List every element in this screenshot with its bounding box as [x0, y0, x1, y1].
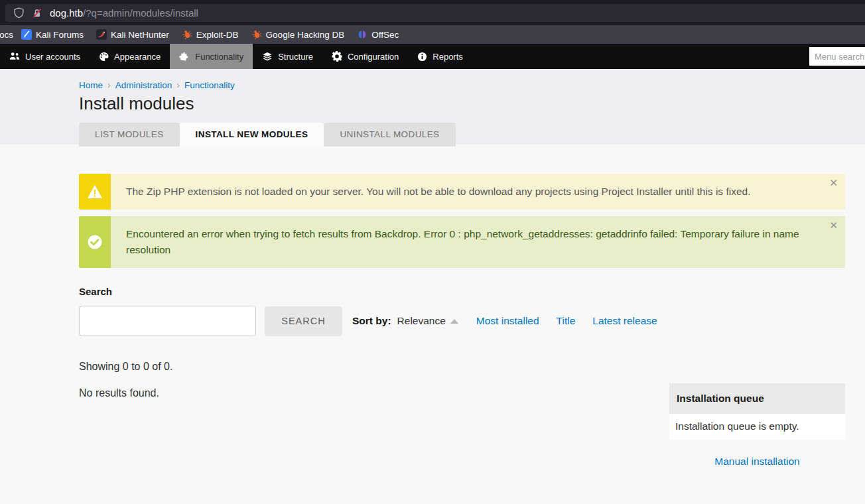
bookmark-kali-nethunter[interactable]: Kali NetHunter — [96, 29, 169, 40]
installation-queue-panel: Installation queue Installation queue is… — [669, 383, 845, 468]
tab-install-new-modules[interactable]: INSTALL NEW MODULES — [180, 123, 324, 147]
admin-toolbar: User accounts Appearance Functionality S… — [0, 44, 865, 69]
breadcrumb-administration[interactable]: Administration — [115, 80, 172, 90]
warning-icon — [79, 174, 111, 210]
url-host: dog.htb — [50, 7, 83, 19]
tab-list-modules[interactable]: LIST MODULES — [79, 123, 180, 147]
insecure-lock-icon[interactable] — [32, 8, 42, 19]
bookmark-label: Google Hacking DB — [266, 30, 345, 40]
bookmark-offsec[interactable]: OffSec — [357, 29, 399, 40]
url-text: dog.htb/?q=admin/modules/install — [50, 7, 198, 19]
manual-installation-link[interactable]: Manual installation — [669, 456, 845, 468]
url-bar[interactable]: dog.htb/?q=admin/modules/install — [5, 4, 865, 22]
warning-message-text: The Zip PHP extension is not loaded on y… — [126, 186, 750, 197]
status-message: Encountered an error when trying to fetc… — [79, 216, 845, 268]
main-content: The Zip PHP extension is not loaded on y… — [0, 145, 865, 399]
bug-icon — [251, 29, 262, 40]
search-row: SEARCH Sort by: Relevance Most installed… — [79, 306, 845, 336]
sort-asc-icon — [450, 319, 458, 324]
warning-message: The Zip PHP extension is not loaded on y… — [79, 174, 845, 210]
admin-item-label: Appearance — [114, 52, 161, 62]
admin-item-label: Structure — [278, 52, 313, 62]
admin-item-appearance[interactable]: Appearance — [90, 44, 170, 69]
bookmark-exploit-db[interactable]: Exploit-DB — [182, 29, 239, 40]
bug-icon — [182, 29, 192, 40]
palette-icon — [99, 52, 109, 62]
bookmark-label: ocs — [0, 30, 13, 40]
admin-item-configuration[interactable]: Configuration — [322, 44, 408, 69]
sort-link-most-installed[interactable]: Most installed — [476, 315, 539, 327]
users-icon — [9, 52, 20, 61]
installation-queue-empty-text: Installation queue is empty. — [669, 414, 845, 440]
close-icon[interactable]: ✕ — [829, 220, 838, 230]
url-path: /?q=admin/modules/install — [83, 7, 198, 19]
results-summary: Showing 0 to 0 of 0. — [79, 361, 845, 373]
messages: The Zip PHP extension is not loaded on y… — [79, 174, 845, 268]
sort-by-label: Sort by: — [352, 315, 391, 327]
status-message-text: Encountered an error when trying to fetc… — [126, 228, 799, 255]
chevron-right-icon: › — [176, 80, 180, 90]
menu-search-input[interactable] — [809, 47, 865, 66]
bookmark-google-hacking-db[interactable]: Google Hacking DB — [251, 29, 345, 40]
page-header: Home › Administration › Functionality In… — [0, 69, 865, 145]
browser-toolbar: dog.htb/?q=admin/modules/install — [0, 0, 865, 25]
gear-icon — [332, 51, 342, 62]
shield-icon[interactable] — [13, 7, 25, 19]
admin-item-label: Reports — [432, 52, 463, 62]
breadcrumb-functionality[interactable]: Functionality — [184, 80, 235, 90]
close-icon[interactable]: ✕ — [829, 178, 838, 188]
sort-link-title[interactable]: Title — [557, 315, 576, 327]
admin-item-label: User accounts — [25, 52, 80, 62]
admin-item-label: Functionality — [195, 52, 243, 62]
admin-item-reports[interactable]: Reports — [408, 44, 472, 69]
page-title: Install modules — [79, 94, 865, 114]
bookmark-label: OffSec — [371, 30, 399, 40]
breadcrumb: Home › Administration › Functionality — [79, 80, 865, 90]
bookmark-kali-docs-truncated[interactable]: ocs — [0, 30, 13, 40]
warning-message-body: The Zip PHP extension is not loaded on y… — [111, 174, 845, 210]
kali-nethunter-icon — [96, 29, 107, 40]
installation-queue-title: Installation queue — [669, 383, 845, 414]
tab-uninstall-modules[interactable]: UNINSTALL MODULES — [324, 123, 455, 147]
layers-icon — [262, 52, 273, 62]
search-input[interactable] — [79, 306, 256, 336]
sort-link-latest-release[interactable]: Latest release — [592, 315, 657, 327]
bookmark-label: Kali NetHunter — [111, 30, 169, 40]
info-icon — [417, 52, 427, 62]
offsec-icon — [357, 29, 367, 40]
tabs: LIST MODULES INSTALL NEW MODULES UNINSTA… — [79, 123, 865, 147]
chevron-right-icon: › — [107, 80, 111, 90]
bookmark-kali-forums[interactable]: Kali Forums — [21, 29, 84, 40]
admin-item-functionality[interactable]: Functionality — [170, 44, 253, 69]
bookmarks-bar: ocs Kali Forums Kali NetHunter Exploit-D… — [0, 25, 865, 44]
admin-item-label: Configuration — [348, 52, 399, 62]
sort-current-relevance[interactable]: Relevance — [397, 315, 446, 327]
bookmark-label: Kali Forums — [36, 30, 84, 40]
status-message-body: Encountered an error when trying to fetc… — [111, 216, 845, 268]
admin-item-structure[interactable]: Structure — [253, 44, 322, 69]
admin-item-user-accounts[interactable]: User accounts — [0, 44, 90, 69]
kali-forums-icon — [21, 29, 32, 40]
puzzle-icon — [179, 51, 190, 62]
search-label: Search — [79, 286, 845, 297]
bookmark-label: Exploit-DB — [196, 30, 239, 40]
search-button[interactable]: SEARCH — [265, 306, 342, 336]
check-circle-icon — [79, 216, 111, 268]
sort-group: Sort by: Relevance Most installed Title … — [352, 315, 657, 327]
breadcrumb-home[interactable]: Home — [79, 80, 103, 90]
